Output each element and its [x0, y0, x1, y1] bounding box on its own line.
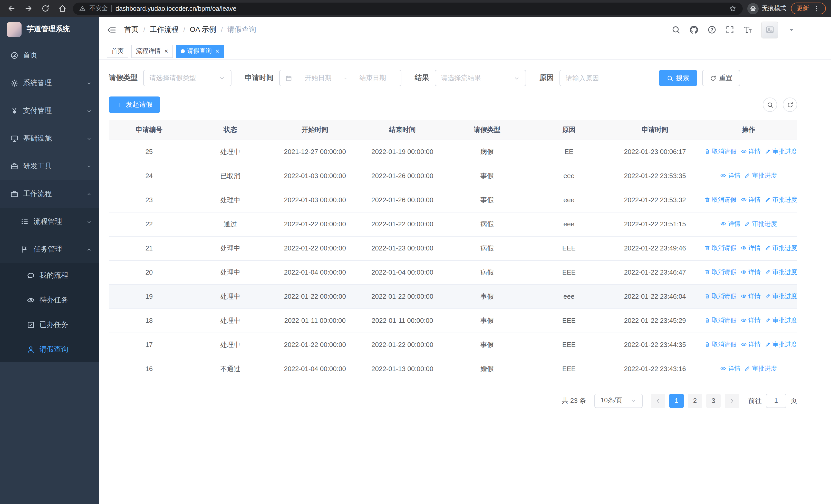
cell-applied: 2022-01-22 23:53:32 [610, 188, 700, 212]
detail-link[interactable]: 详情 [741, 292, 761, 301]
cancel-link[interactable]: 取消请假 [704, 147, 737, 156]
help-icon[interactable] [707, 25, 717, 34]
result-select[interactable]: 请选择流结果 [435, 70, 526, 86]
tab-home[interactable]: 首页 [107, 45, 128, 58]
sidebar-item-label: 首页 [23, 51, 37, 60]
collapse-sidebar-icon[interactable] [107, 25, 116, 35]
sidebar-item-my-process[interactable]: 我的流程 [0, 263, 99, 288]
page-button-3[interactable]: 3 [706, 393, 721, 408]
search-button[interactable]: 搜索 [659, 70, 697, 86]
bookmark-star-icon[interactable] [729, 5, 737, 12]
cell-type: 病假 [446, 212, 528, 236]
trash-icon [704, 293, 710, 299]
progress-link[interactable]: 审批进度 [765, 244, 797, 253]
yen-icon [10, 107, 19, 115]
detail-link[interactable]: 详情 [741, 340, 761, 349]
progress-link-label: 审批进度 [752, 171, 777, 180]
create-leave-button[interactable]: 发起请假 [109, 96, 160, 113]
cell-reason: EEE [528, 260, 610, 284]
sidebar-item-task-management[interactable]: 任务管理 [0, 236, 99, 263]
detail-link[interactable]: 详情 [741, 196, 761, 204]
progress-link[interactable]: 审批进度 [765, 316, 797, 325]
cancel-link[interactable]: 取消请假 [704, 196, 737, 204]
tab-leave-query[interactable]: 请假查询× [176, 45, 224, 58]
sidebar-item-system[interactable]: 系统管理 [0, 69, 99, 97]
leave-type-select[interactable]: 请选择请假类型 [143, 70, 231, 86]
cell-reason: EEE [528, 236, 610, 260]
reason-input[interactable] [566, 70, 652, 86]
progress-link[interactable]: 审批进度 [765, 292, 797, 301]
cell-actions: 详情审批进度 [700, 357, 797, 381]
progress-link[interactable]: 审批进度 [765, 340, 797, 349]
cancel-link[interactable]: 取消请假 [704, 316, 737, 325]
progress-link[interactable]: 审批进度 [765, 196, 797, 204]
sidebar-item-workflow[interactable]: 工作流程 [0, 180, 99, 208]
browser-back-button[interactable] [5, 2, 18, 14]
breadcrumb-item-oa-example[interactable]: OA 示例 [190, 25, 216, 34]
goto-page-input[interactable] [766, 393, 786, 408]
browser-menu-icon[interactable] [813, 5, 820, 12]
detail-link[interactable]: 详情 [741, 268, 761, 277]
cancel-link[interactable]: 取消请假 [704, 244, 737, 253]
progress-link[interactable]: 审批进度 [745, 171, 777, 180]
tab-close-icon[interactable]: × [164, 48, 168, 54]
tab-process-detail[interactable]: 流程详情× [132, 45, 173, 58]
detail-link[interactable]: 详情 [741, 316, 761, 325]
user-avatar[interactable] [761, 21, 778, 38]
apply-date-range[interactable]: 开始日期 - 结束日期 [279, 70, 401, 86]
reset-button[interactable]: 重置 [702, 70, 740, 86]
breadcrumb-item-home[interactable]: 首页 [124, 25, 139, 34]
cell-status: 通过 [190, 212, 271, 236]
detail-link[interactable]: 详情 [741, 147, 761, 156]
github-icon[interactable] [689, 25, 698, 34]
edit-icon [765, 342, 771, 348]
logo-avatar [7, 22, 22, 37]
table-search-button[interactable] [763, 97, 777, 112]
cancel-link[interactable]: 取消请假 [704, 340, 737, 349]
detail-link[interactable]: 详情 [720, 364, 740, 373]
address-bar[interactable]: 不安全 dashboard.yudao.iocoder.cn/bpm/oa/le… [73, 2, 743, 14]
fullscreen-icon[interactable] [725, 25, 735, 34]
page-button-2[interactable]: 2 [688, 393, 702, 408]
app-logo[interactable]: 芋道管理系统 [0, 17, 99, 41]
browser-update-button[interactable]: 更新 [791, 3, 826, 14]
page-size-select[interactable]: 10条/页 [594, 393, 642, 408]
browser-home-button[interactable] [56, 2, 68, 14]
progress-link[interactable]: 审批进度 [765, 147, 797, 156]
sidebar-item-process-management[interactable]: 流程管理 [0, 208, 99, 236]
browser-chrome: 不安全 dashboard.yudao.iocoder.cn/bpm/oa/le… [0, 0, 831, 17]
progress-link[interactable]: 审批进度 [745, 220, 777, 228]
filter-bar: 请假类型 请选择请假类型 申请时间 开始日期 - 结束日期 [109, 70, 797, 86]
progress-link[interactable]: 审批进度 [765, 268, 797, 277]
cancel-link[interactable]: 取消请假 [704, 292, 737, 301]
detail-link[interactable]: 详情 [741, 244, 761, 253]
sidebar-item-dev-tools[interactable]: 研发工具 [0, 152, 99, 180]
avatar-dropdown-caret-icon[interactable] [787, 25, 796, 34]
header-search-icon[interactable] [671, 25, 681, 34]
tabs-bar: 首页流程详情×请假查询× [99, 42, 831, 60]
breadcrumb-item-leave-query: 请假查询 [227, 25, 256, 34]
browser-reload-button[interactable] [39, 2, 51, 14]
tab-close-icon[interactable]: × [215, 48, 219, 54]
cancel-link[interactable]: 取消请假 [704, 268, 737, 277]
sidebar-item-todo-tasks[interactable]: 待办任务 [0, 288, 99, 313]
next-page-button[interactable] [725, 393, 739, 408]
sidebar-item-done-tasks[interactable]: 已办任务 [0, 313, 99, 337]
detail-link[interactable]: 详情 [720, 171, 740, 180]
sidebar-item-home[interactable]: 首页 [0, 41, 99, 69]
table-refresh-button[interactable] [783, 97, 797, 112]
table-tools [763, 97, 797, 112]
page-button-1[interactable]: 1 [669, 393, 684, 408]
sidebar-item-payment[interactable]: 支付管理 [0, 97, 99, 125]
detail-link[interactable]: 详情 [720, 220, 740, 228]
eye-icon [720, 221, 726, 227]
progress-link[interactable]: 审批进度 [745, 364, 777, 373]
progress-link-label: 审批进度 [773, 316, 797, 325]
sidebar-item-infrastructure[interactable]: 基础设施 [0, 125, 99, 152]
browser-forward-button[interactable] [22, 2, 34, 14]
font-size-icon[interactable] [743, 25, 752, 34]
prev-page-button[interactable] [651, 393, 665, 408]
sidebar-item-leave-query[interactable]: 请假查询 [0, 337, 99, 362]
column-header: 原因 [528, 120, 610, 140]
breadcrumb-item-workflow[interactable]: 工作流程 [150, 25, 179, 34]
